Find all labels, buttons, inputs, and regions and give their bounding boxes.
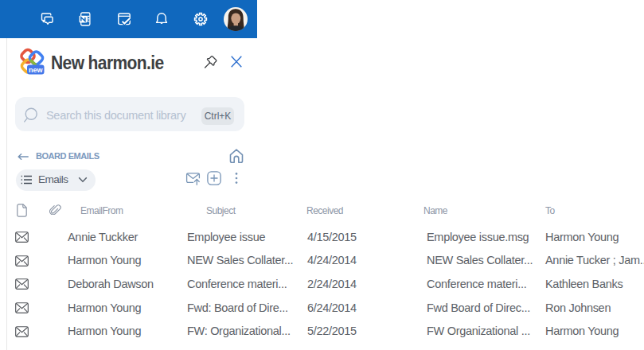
svg-text:new: new [29,66,44,74]
